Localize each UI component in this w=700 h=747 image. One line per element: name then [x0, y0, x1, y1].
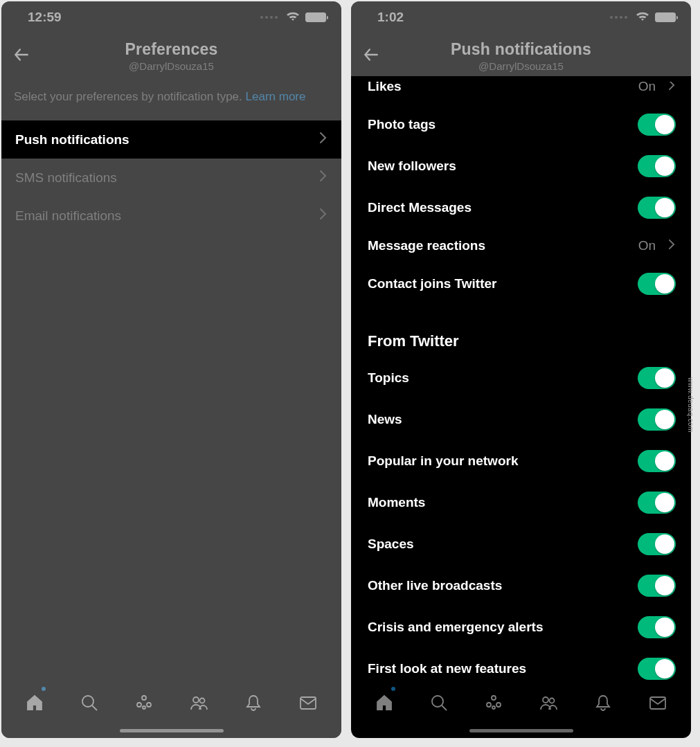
toggle-switch[interactable]	[638, 575, 676, 597]
status-bar: 12:59	[1, 1, 341, 33]
settings-scroll[interactable]: Likes On Photo tags New followers Direct…	[351, 82, 691, 680]
row-label: News	[368, 412, 402, 427]
row-contact-joins[interactable]: Contact joins Twitter	[351, 263, 691, 305]
row-message-reactions[interactable]: Message reactions On	[351, 228, 691, 263]
svg-point-1	[142, 696, 146, 700]
row-label: Email notifications	[15, 208, 121, 224]
chevron-right-icon	[319, 170, 327, 186]
toggle-switch[interactable]	[638, 155, 676, 177]
page-subtitle: @DarrylDsouza15	[15, 60, 327, 72]
svg-point-12	[492, 706, 495, 709]
tab-spaces[interactable]	[483, 693, 504, 715]
svg-rect-15	[650, 697, 665, 709]
status-bar: 1:02	[351, 1, 691, 33]
tab-spaces[interactable]	[134, 693, 154, 715]
toggle-switch[interactable]	[638, 533, 676, 555]
svg-rect-7	[300, 697, 316, 709]
chevron-right-icon	[319, 132, 327, 147]
back-button[interactable]	[12, 46, 30, 66]
row-popular-in-network[interactable]: Popular in your network	[351, 440, 691, 482]
tab-search[interactable]	[79, 693, 100, 715]
toggle-switch[interactable]	[638, 492, 676, 514]
status-indicators	[260, 11, 326, 24]
row-label: Direct Messages	[368, 200, 472, 215]
home-indicator	[120, 729, 224, 732]
row-other-live-broadcasts[interactable]: Other live broadcasts	[351, 565, 691, 606]
svg-point-13	[543, 697, 548, 703]
row-label: Push notifications	[15, 132, 129, 147]
cellular-dots-icon	[260, 16, 278, 19]
toggle-switch[interactable]	[638, 114, 676, 136]
status-time: 12:59	[28, 10, 62, 25]
toggle-switch[interactable]	[638, 273, 676, 295]
wifi-icon	[636, 11, 649, 24]
toggle-switch[interactable]	[638, 367, 676, 389]
tab-bar	[351, 680, 691, 738]
screen-header: Preferences @DarrylDsouza15	[1, 33, 341, 82]
tab-home[interactable]	[24, 693, 45, 715]
row-sms-notifications[interactable]: SMS notifications	[1, 159, 341, 197]
intro-text: Select your preferences by notification …	[14, 90, 246, 103]
row-label: Message reactions	[368, 238, 485, 253]
page-title: Push notifications	[365, 40, 677, 59]
tab-notifications[interactable]	[243, 693, 264, 715]
chevron-right-icon	[319, 208, 327, 224]
home-indicator	[469, 729, 573, 732]
wifi-icon	[286, 11, 300, 24]
row-push-notifications[interactable]: Push notifications	[1, 120, 341, 159]
learn-more-link[interactable]: Learn more	[246, 90, 306, 103]
page-subtitle: @DarrylDsouza15	[365, 60, 677, 72]
screen-header: Push notifications @DarrylDsouza15	[351, 33, 691, 82]
home-badge-dot	[391, 687, 395, 691]
tab-messages[interactable]	[298, 693, 318, 715]
row-value: On	[638, 238, 656, 253]
chevron-right-icon	[668, 238, 676, 253]
tab-search[interactable]	[429, 693, 449, 715]
row-label: Popular in your network	[368, 453, 518, 469]
section-header-from-twitter: From Twitter	[351, 317, 691, 357]
svg-point-5	[193, 697, 199, 703]
row-photo-tags[interactable]: Photo tags	[351, 104, 691, 145]
toggle-switch[interactable]	[638, 616, 676, 638]
row-moments[interactable]: Moments	[351, 482, 691, 523]
row-new-followers[interactable]: New followers	[351, 145, 691, 187]
row-value: On	[638, 82, 656, 94]
row-label: Moments	[368, 495, 425, 510]
row-spaces[interactable]: Spaces	[351, 523, 691, 565]
row-label: Topics	[368, 370, 409, 386]
svg-point-6	[200, 699, 205, 703]
row-direct-messages[interactable]: Direct Messages	[351, 187, 691, 228]
row-label: SMS notifications	[15, 170, 117, 186]
svg-point-0	[82, 696, 93, 707]
phone-push-notifications: 1:02 Push notifications @DarrylDsouza15 …	[351, 1, 691, 738]
row-first-look-features[interactable]: First look at new features	[351, 648, 691, 680]
tab-communities[interactable]	[538, 693, 559, 715]
row-label: Crisis and emergency alerts	[368, 620, 543, 635]
watermark: www.deuaq.com	[687, 377, 694, 433]
row-label: Contact joins Twitter	[368, 276, 496, 291]
row-crisis-alerts[interactable]: Crisis and emergency alerts	[351, 606, 691, 648]
toggle-switch[interactable]	[638, 450, 676, 472]
svg-point-9	[492, 696, 496, 700]
page-title: Preferences	[15, 40, 327, 59]
battery-icon	[305, 12, 326, 22]
tab-messages[interactable]	[647, 693, 668, 715]
toggle-switch[interactable]	[638, 658, 676, 680]
tab-home[interactable]	[374, 693, 395, 715]
row-label: New followers	[368, 159, 456, 174]
preferences-intro: Select your preferences by notification …	[1, 82, 341, 120]
row-news[interactable]: News	[351, 399, 691, 440]
toggle-switch[interactable]	[638, 197, 676, 219]
chevron-right-icon	[668, 82, 676, 94]
back-button[interactable]	[362, 46, 380, 66]
toggle-switch[interactable]	[638, 408, 676, 431]
row-likes[interactable]: Likes On	[351, 82, 691, 104]
status-indicators	[610, 11, 676, 24]
tab-notifications[interactable]	[593, 693, 613, 715]
row-email-notifications[interactable]: Email notifications	[1, 197, 341, 235]
svg-point-8	[432, 696, 443, 707]
row-label: First look at new features	[368, 661, 526, 676]
tab-communities[interactable]	[188, 693, 209, 715]
home-badge-dot	[42, 687, 46, 691]
row-topics[interactable]: Topics	[351, 357, 691, 399]
